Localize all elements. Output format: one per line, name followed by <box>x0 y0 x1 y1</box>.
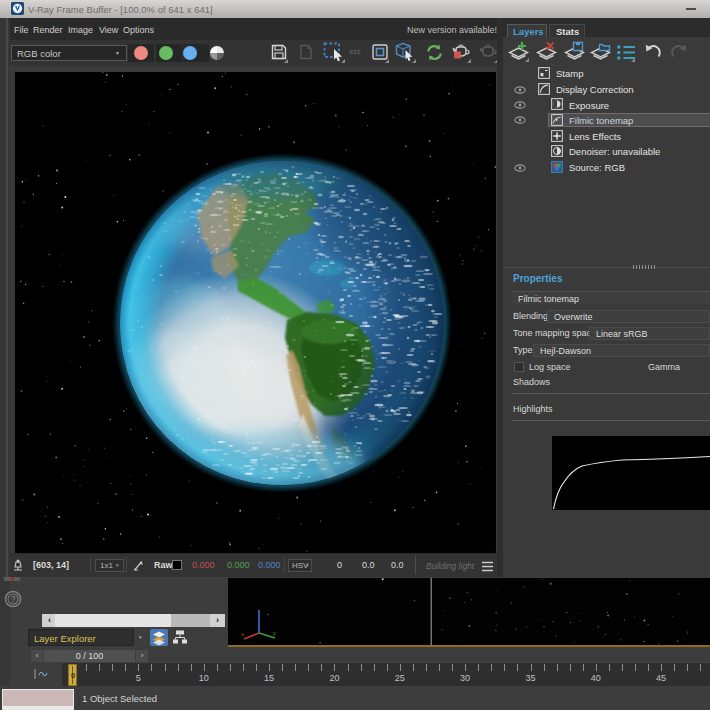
svg-text:?: ? <box>11 594 16 604</box>
